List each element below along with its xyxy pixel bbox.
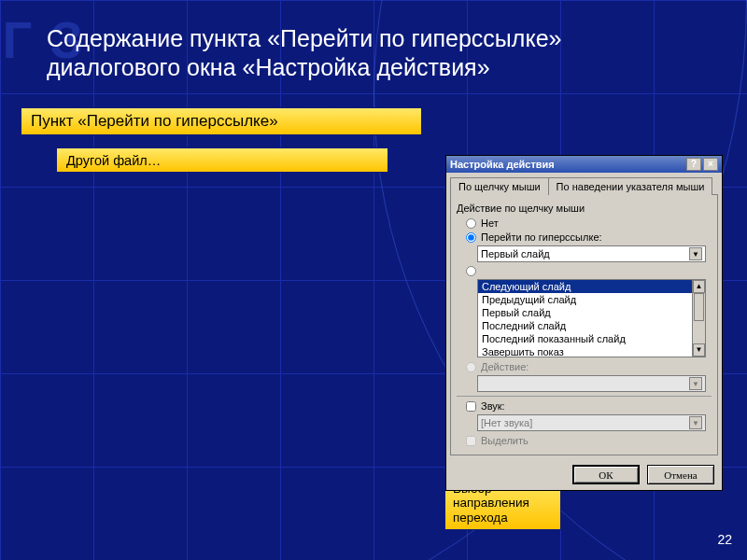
radio-hyperlink-label: Перейти по гиперссылке:: [481, 231, 602, 243]
checkbox-sound[interactable]: Звук:: [466, 400, 712, 412]
help-button[interactable]: ?: [686, 158, 701, 171]
chevron-down-icon: ▼: [689, 416, 702, 429]
dialog-title: Настройка действия: [450, 159, 555, 170]
radio-run-prog[interactable]: [466, 266, 712, 276]
slide-title: Содержание пункта «Перейти по гиперссылк…: [47, 24, 700, 83]
action-settings-dialog: Настройка действия ? × По щелчку мыши По…: [445, 155, 723, 491]
hyperlink-combo[interactable]: Первый слайд ▼: [477, 245, 706, 262]
radio-hyperlink[interactable]: Перейти по гиперссылке:: [466, 231, 712, 243]
cancel-button[interactable]: Отмена: [647, 465, 714, 484]
scroll-thumb[interactable]: [694, 293, 704, 321]
hyperlink-listbox[interactable]: Следующий слайд Предыдущий слайд Первый …: [477, 279, 706, 357]
radio-hyperlink-input[interactable]: [466, 232, 476, 243]
sound-combo-value: [Нет звука]: [481, 417, 532, 428]
radio-action-label: Действие:: [481, 361, 529, 372]
list-item[interactable]: Последний слайд: [478, 319, 692, 332]
tab-hover[interactable]: По наведении указателя мыши: [548, 177, 713, 195]
radio-none[interactable]: Нет: [466, 217, 712, 229]
tab-click[interactable]: По щелчку мыши: [450, 177, 549, 195]
list-item[interactable]: Последний показанный слайд: [478, 332, 692, 345]
radio-none-input[interactable]: [466, 218, 476, 229]
subitem: Другой файл…: [56, 147, 388, 173]
radio-action-input: [466, 362, 476, 372]
scroll-down-icon[interactable]: ▼: [693, 343, 705, 357]
sound-combo: [Нет звука] ▼: [477, 414, 706, 431]
radio-none-label: Нет: [481, 217, 499, 229]
list-item[interactable]: Первый слайд: [478, 306, 692, 319]
radio-run-prog-input[interactable]: [466, 266, 476, 276]
checkbox-highlight-label: Выделить: [481, 435, 529, 446]
list-item[interactable]: Предыдущий слайд: [478, 293, 692, 306]
checkbox-highlight: Выделить: [466, 435, 712, 446]
ok-button[interactable]: ОК: [572, 465, 640, 484]
action-combo: ▼: [477, 375, 706, 392]
listbox-scrollbar[interactable]: ▲ ▼: [692, 280, 705, 357]
close-button[interactable]: ×: [703, 158, 718, 171]
group-label: Действие по щелчку мыши: [457, 203, 712, 214]
checkbox-highlight-input: [466, 436, 476, 446]
chevron-down-icon: ▼: [689, 377, 702, 390]
checkbox-sound-label: Звук:: [481, 400, 505, 412]
tab-strip: По щелчку мыши По наведении указателя мы…: [446, 173, 722, 194]
list-item[interactable]: Следующий слайд: [478, 280, 692, 293]
main-tag: Пункт «Перейти по гиперссылке»: [21, 107, 422, 135]
slide-number: 22: [717, 532, 732, 547]
chevron-down-icon[interactable]: ▼: [689, 247, 702, 260]
list-item[interactable]: Завершить показ: [478, 345, 692, 357]
radio-action: Действие:: [466, 361, 712, 372]
scroll-up-icon[interactable]: ▲: [693, 280, 705, 293]
watermark-text: АГ З: [0, 9, 85, 70]
checkbox-sound-input[interactable]: [466, 401, 476, 412]
tab-panel: Действие по щелчку мыши Нет Перейти по г…: [450, 194, 718, 455]
dialog-titlebar[interactable]: Настройка действия ? ×: [446, 156, 722, 173]
hyperlink-combo-value: Первый слайд: [481, 248, 550, 259]
